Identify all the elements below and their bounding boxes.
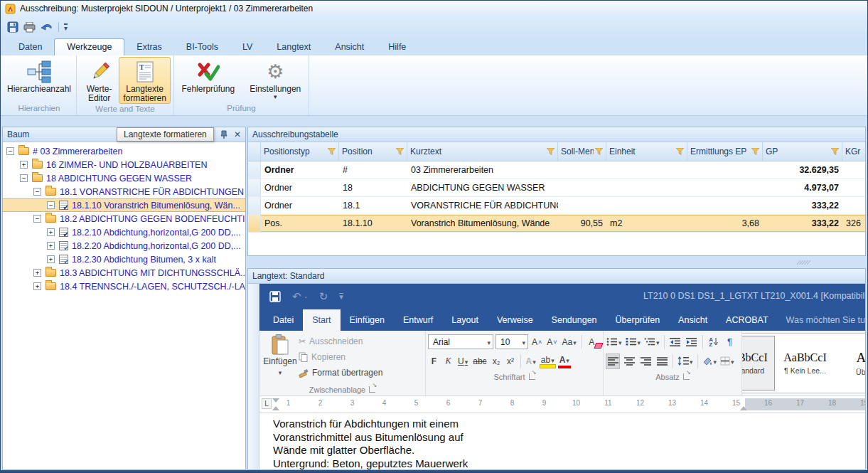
filter-icon[interactable] — [547, 148, 554, 155]
tree-item[interactable]: 18.4 TRENNSCH./-LAGEN, SCHUTZSCH./-LA... — [3, 280, 245, 293]
column-header-position[interactable]: Position — [339, 142, 407, 161]
filter-icon[interactable] — [831, 148, 839, 155]
tab-bi-tools[interactable]: BI-Tools — [174, 39, 230, 55]
table-row[interactable]: Ordner # 03 Zimmererarbeiten 32.629,35 — [248, 161, 865, 179]
strikethrough-button[interactable]: abc — [471, 354, 488, 368]
collapse-icon[interactable] — [33, 188, 41, 196]
bullet-list-button[interactable] — [606, 334, 623, 350]
font-family-select[interactable]: Arial — [428, 334, 493, 349]
tree-item[interactable]: 18 ABDICHTUNG GEGEN WASSER — [3, 171, 245, 185]
expand-icon[interactable] — [33, 282, 41, 290]
underline-button[interactable]: U — [456, 354, 469, 368]
tree-item[interactable]: 16 ZIMMER- UND HOLZBAUARBEITEN — [3, 158, 245, 171]
first-line-indent-marker[interactable] — [272, 398, 279, 403]
filter-icon[interactable] — [396, 148, 404, 155]
word-tab-ueberpruefen[interactable]: Überprüfen — [606, 309, 670, 331]
column-header-einheit[interactable]: Einheit — [606, 142, 687, 161]
row-indicator[interactable] — [248, 161, 261, 179]
horizontal-splitter[interactable]: ⁄⁄⁄⁄⁄ — [247, 256, 866, 268]
column-header-soll-menge[interactable]: Soll-Menge — [558, 142, 606, 161]
tab-ansicht[interactable]: Ansicht — [323, 39, 376, 55]
copy-button[interactable]: Kopieren — [299, 351, 382, 363]
tree-item[interactable]: 18.1 VORANSTRICHE FÜR ABDICHTUNGEN — [3, 185, 245, 198]
column-header-gp[interactable]: GP — [763, 142, 842, 161]
clear-formatting-button[interactable]: A — [586, 334, 598, 349]
expand-icon[interactable] — [47, 242, 55, 250]
row-indicator[interactable] — [248, 197, 261, 214]
hierarchieanzahl-button[interactable]: Hierarchieanzahl — [4, 57, 75, 103]
tree-item[interactable]: 18.2.20 Abdichtung,horizontal,G 200 DD,.… — [3, 239, 245, 253]
dialog-launcher-icon[interactable] — [369, 386, 375, 393]
werte-editor-button[interactable]: Werte-Editor — [80, 57, 119, 104]
line-spacing-button[interactable] — [677, 354, 694, 369]
shading-button[interactable] — [702, 354, 718, 369]
word-tab-einfuegen[interactable]: Einfügen — [341, 309, 394, 331]
italic-button[interactable]: K — [442, 354, 454, 368]
row-indicator[interactable] — [248, 179, 261, 196]
close-icon[interactable]: ✕ — [234, 129, 241, 139]
word-tab-layout[interactable]: Layout — [442, 309, 488, 331]
word-tab-sendungen[interactable]: Sendungen — [542, 309, 606, 331]
row-indicator[interactable] — [248, 215, 261, 232]
collapse-icon[interactable] — [33, 215, 41, 223]
word-tab-acrobat[interactable]: ACROBAT — [717, 309, 778, 331]
tree-item[interactable]: 18.2.30 Abdichtung Bitumen, 3 x kalt — [3, 253, 245, 266]
collapse-icon[interactable] — [47, 201, 55, 209]
shrink-font-button[interactable]: A — [545, 334, 558, 349]
tab-werkzeuge[interactable]: Werkzeuge — [54, 38, 124, 55]
tell-me-search[interactable]: Was möchten Sie tu — [782, 309, 865, 331]
dialog-launcher-icon[interactable] — [683, 373, 690, 380]
align-right-button[interactable] — [638, 354, 653, 369]
filter-icon[interactable] — [328, 148, 336, 155]
expand-icon[interactable] — [20, 161, 28, 169]
tab-daten[interactable]: Daten — [6, 39, 54, 55]
dialog-launcher-icon[interactable] — [529, 373, 535, 380]
undo-icon[interactable] — [41, 23, 53, 32]
tree-item-selected[interactable]: 18.1.10 Voranstrich Bitumenlösung, Wän..… — [3, 198, 245, 212]
change-case-button[interactable]: Aa — [561, 334, 578, 349]
vertical-scrollbar[interactable] — [248, 284, 259, 469]
column-header-ermittlungs-ep[interactable]: Ermittlungs EP — [687, 142, 763, 161]
hanging-indent-marker[interactable] — [272, 406, 279, 410]
tree-item[interactable]: 18.3 ABDICHTUNG MIT DICHTUNGSSCHLÄ... — [3, 266, 245, 280]
word-tab-entwurf[interactable]: Entwurf — [394, 309, 442, 331]
font-size-select[interactable]: 10 — [495, 334, 528, 349]
style-kein-leerraum[interactable]: AaBbCcI ¶ Kein Lee... — [777, 336, 834, 390]
column-header-positionstyp[interactable]: Positionstyp — [261, 142, 339, 161]
numbered-list-button[interactable] — [625, 334, 642, 350]
grow-font-button[interactable]: A — [530, 334, 543, 349]
table-row[interactable]: Ordner 18 ABDICHTUNG GEGEN WASSER 4.973,… — [248, 179, 865, 197]
document-area[interactable]: Voranstrich für Abdichtungen mit einem V… — [259, 413, 865, 469]
langtexte-formatieren-button[interactable]: T Langtexte formatieren — [119, 57, 171, 104]
filter-icon[interactable] — [595, 148, 603, 155]
fehlerpruefung-button[interactable]: Fehlerprüfung — [177, 57, 240, 103]
borders-button[interactable] — [719, 354, 735, 369]
table-row[interactable]: Ordner 18.1 VORANSTRICHE FÜR ABDICHTUNGE… — [248, 197, 865, 215]
bold-button[interactable]: F — [428, 354, 440, 368]
tab-langtext[interactable]: Langtext — [264, 39, 323, 55]
expand-icon[interactable] — [47, 228, 55, 236]
print-icon[interactable] — [23, 22, 36, 33]
right-indent-marker[interactable] — [740, 406, 747, 410]
style-standard[interactable]: AaBbCcI ¶ Standard — [742, 336, 775, 390]
tab-hilfe[interactable]: Hilfe — [376, 39, 418, 55]
format-painter-button[interactable]: Format übertragen — [299, 366, 382, 379]
sort-button[interactable]: AZ — [707, 334, 721, 350]
word-redo-icon[interactable]: ↻ — [319, 290, 328, 303]
cut-button[interactable]: ✂ Ausschneiden — [299, 335, 382, 348]
word-undo-icon[interactable]: ↶ · — [292, 290, 308, 303]
text-effects-button[interactable]: A — [525, 354, 537, 368]
word-save-icon[interactable] — [269, 291, 281, 302]
expand-icon[interactable] — [33, 269, 41, 277]
save-icon[interactable] — [7, 21, 18, 33]
align-left-button[interactable] — [606, 354, 620, 369]
column-header-kurztext[interactable]: Kurztext — [407, 142, 558, 161]
multilevel-list-button[interactable] — [643, 334, 660, 350]
word-customize-toolbar-icon[interactable]: ▾ — [339, 293, 343, 300]
filter-icon[interactable] — [751, 148, 759, 155]
customize-toolbar-icon[interactable]: ▾ — [64, 23, 68, 31]
word-tab-start[interactable]: Start — [303, 309, 340, 331]
font-color-button[interactable]: A — [558, 354, 571, 368]
collapse-icon[interactable] — [6, 147, 14, 155]
filter-icon[interactable] — [676, 148, 684, 155]
